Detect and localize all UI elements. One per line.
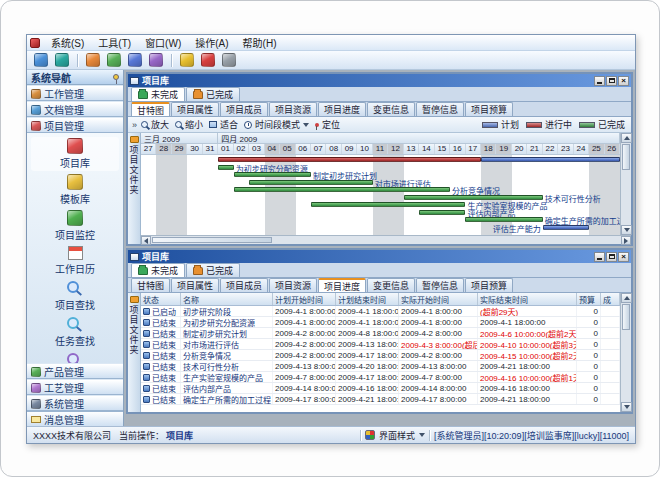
sidebar-group-process[interactable]: 工艺管理 bbox=[27, 380, 123, 395]
column-header-budget[interactable]: 预算 bbox=[577, 293, 601, 305]
table-row[interactable]: 已结束技术可行性分析2009-4-13 8:00:002009-4-20 18:… bbox=[141, 361, 620, 372]
gantt-bar[interactable] bbox=[465, 217, 542, 222]
dropdown-arrow-icon[interactable] bbox=[419, 433, 425, 437]
toolbar-button[interactable] bbox=[147, 52, 165, 69]
toolbar-button[interactable] bbox=[105, 52, 123, 69]
gantt-tool-time-mode[interactable]: 时间段模式 bbox=[244, 118, 309, 131]
table-row[interactable]: 已结束确定生产所需的加工过程2009-4-17 8:00:002009-4-21… bbox=[141, 394, 620, 405]
table-row[interactable]: 已启动初步研究阶段2009-4-1 8:00:002009-4-1 18:00:… bbox=[141, 306, 620, 317]
table-row[interactable]: 已结束对市场进行评估2009-4-2 8:00:002009-4-13 18:0… bbox=[141, 339, 620, 350]
tab-pauses[interactable]: 暂停信息 bbox=[416, 102, 464, 116]
menu-item[interactable]: 帮助(H) bbox=[236, 34, 284, 51]
scrollbar-track[interactable] bbox=[273, 236, 621, 244]
folder-tab-unfinished[interactable]: 未完成 bbox=[131, 87, 185, 101]
table-window-titlebar[interactable]: 项目库 × bbox=[128, 250, 631, 263]
sidebar-item-task-search[interactable]: 任务查找 bbox=[31, 315, 119, 349]
gantt-bar[interactable] bbox=[481, 157, 620, 162]
scrollbar-thumb[interactable] bbox=[152, 237, 272, 243]
toolbar-button[interactable] bbox=[126, 52, 144, 69]
tab-changes[interactable]: 变更信息 bbox=[367, 278, 415, 292]
maximize-button[interactable] bbox=[606, 76, 617, 86]
folder-tab-finished[interactable]: 已完成 bbox=[186, 87, 240, 101]
gantt-bar[interactable] bbox=[249, 180, 373, 185]
table-vertical-scrollbar[interactable] bbox=[620, 293, 631, 412]
scroll-down-button[interactable] bbox=[621, 402, 632, 412]
toolbar-button[interactable] bbox=[199, 52, 217, 69]
sidebar-item-work-calendar[interactable]: 工作日历 bbox=[31, 245, 119, 277]
gantt-bar[interactable] bbox=[311, 202, 466, 207]
gantt-tool-zoom-out[interactable]: 缩小 bbox=[175, 118, 203, 131]
column-header-plan-start[interactable]: 计划开始时间 bbox=[273, 293, 336, 305]
gantt-bar[interactable] bbox=[419, 210, 465, 215]
scrollbar-thumb[interactable] bbox=[622, 304, 630, 330]
scrollbar-track[interactable] bbox=[621, 171, 631, 225]
toolbar-button[interactable] bbox=[84, 52, 102, 69]
scrollbar-thumb[interactable] bbox=[622, 144, 630, 170]
scroll-up-button[interactable] bbox=[621, 133, 632, 143]
tab-budget[interactable]: 项目预算 bbox=[465, 102, 513, 116]
column-header-actual-end[interactable]: 实际结束时间 bbox=[478, 293, 577, 305]
sidebar-item-project-library[interactable]: 项目库 bbox=[31, 137, 119, 171]
side-tab-project-folder[interactable]: 项目文件夹 bbox=[128, 293, 141, 412]
gantt-bar[interactable] bbox=[234, 187, 450, 192]
tab-pauses[interactable]: 暂停信息 bbox=[416, 278, 464, 292]
tab-budget[interactable]: 项目预算 bbox=[465, 278, 513, 292]
column-header-actual-start[interactable]: 实际开始时间 bbox=[399, 293, 478, 305]
minimize-button[interactable] bbox=[594, 252, 605, 262]
column-header-plan-end[interactable]: 计划结束时间 bbox=[336, 293, 399, 305]
menu-item[interactable]: 窗口(W) bbox=[138, 34, 188, 51]
gantt-bar[interactable] bbox=[218, 157, 481, 162]
tab-members[interactable]: 项目成员 bbox=[220, 278, 268, 292]
sidebar-group-product[interactable]: 产品管理 bbox=[27, 364, 123, 379]
gantt-tool-zoom-in[interactable]: 放大 bbox=[141, 118, 169, 131]
tab-resources[interactable]: 项目资源 bbox=[269, 278, 317, 292]
gantt-bar[interactable] bbox=[218, 165, 233, 170]
column-header-extra[interactable]: 成 bbox=[601, 293, 620, 305]
pushpin-icon[interactable] bbox=[113, 74, 119, 80]
toolbar-overflow-button[interactable]: » bbox=[132, 120, 137, 130]
scroll-left-button[interactable] bbox=[141, 236, 151, 245]
sidebar-item-template-library[interactable]: 模板库 bbox=[31, 173, 119, 207]
scroll-right-button[interactable] bbox=[621, 236, 631, 245]
column-header-name[interactable]: 名称 bbox=[181, 293, 273, 305]
gantt-window-titlebar[interactable]: 项目库 × bbox=[128, 74, 631, 87]
sidebar-group-project[interactable]: 项目管理 bbox=[27, 118, 123, 133]
style-selector[interactable]: 界面样式 bbox=[379, 429, 415, 442]
scrollbar-track[interactable] bbox=[621, 331, 631, 402]
tab-progress[interactable]: 项目进度 bbox=[318, 278, 366, 292]
toolbar-button[interactable] bbox=[220, 52, 238, 69]
sidebar-group-system[interactable]: 系统管理 bbox=[27, 396, 123, 411]
scroll-down-button[interactable] bbox=[621, 225, 632, 235]
menu-item[interactable]: 操作(A) bbox=[188, 34, 235, 51]
maximize-button[interactable] bbox=[606, 252, 617, 262]
gantt-bar[interactable] bbox=[543, 225, 589, 230]
minimize-button[interactable] bbox=[594, 76, 605, 86]
tab-resources[interactable]: 项目资源 bbox=[269, 102, 317, 116]
close-button[interactable]: × bbox=[618, 76, 629, 86]
gantt-bar[interactable] bbox=[234, 172, 311, 177]
tab-members[interactable]: 项目成员 bbox=[220, 102, 268, 116]
scroll-up-button[interactable] bbox=[621, 293, 632, 303]
table-row[interactable]: 已结束生产实验室规模的产品2009-4-7 8:00:002009-4-17 1… bbox=[141, 372, 620, 383]
table-row[interactable]: 已结束分析竞争情况2009-4-2 8:00:002009-4-17 18:00… bbox=[141, 350, 620, 361]
folder-tab-unfinished[interactable]: 未完成 bbox=[131, 263, 185, 277]
tab-properties[interactable]: 项目属性 bbox=[171, 278, 219, 292]
tab-gantt[interactable]: 甘特图 bbox=[131, 102, 170, 116]
toolbar-button[interactable] bbox=[53, 52, 71, 69]
toolbar-button[interactable] bbox=[32, 52, 50, 69]
gantt-horizontal-scrollbar[interactable] bbox=[141, 235, 631, 244]
gantt-vertical-scrollbar[interactable] bbox=[620, 133, 631, 235]
gantt-tool-locate[interactable]: 定位 bbox=[315, 118, 340, 131]
tab-gantt[interactable]: 甘特图 bbox=[131, 278, 170, 292]
sidebar-item-project-search[interactable]: 项目查找 bbox=[31, 279, 119, 313]
gantt-bar[interactable] bbox=[404, 195, 543, 200]
sidebar-group-document[interactable]: 文档管理 bbox=[27, 102, 123, 117]
menu-item[interactable]: 系统(S) bbox=[44, 34, 91, 51]
table-row[interactable]: 已结束为初步研究分配资源2009-4-1 8:00:002009-4-1 18:… bbox=[141, 317, 620, 328]
sidebar-tab-messages[interactable]: 消息管理 bbox=[27, 411, 123, 426]
close-button[interactable]: × bbox=[618, 252, 629, 262]
tab-properties[interactable]: 项目属性 bbox=[171, 102, 219, 116]
sidebar-item-project-monitor[interactable]: 项目监控 bbox=[31, 209, 119, 243]
sidebar-group-work[interactable]: 工作管理 bbox=[27, 86, 123, 101]
tab-changes[interactable]: 变更信息 bbox=[367, 102, 415, 116]
